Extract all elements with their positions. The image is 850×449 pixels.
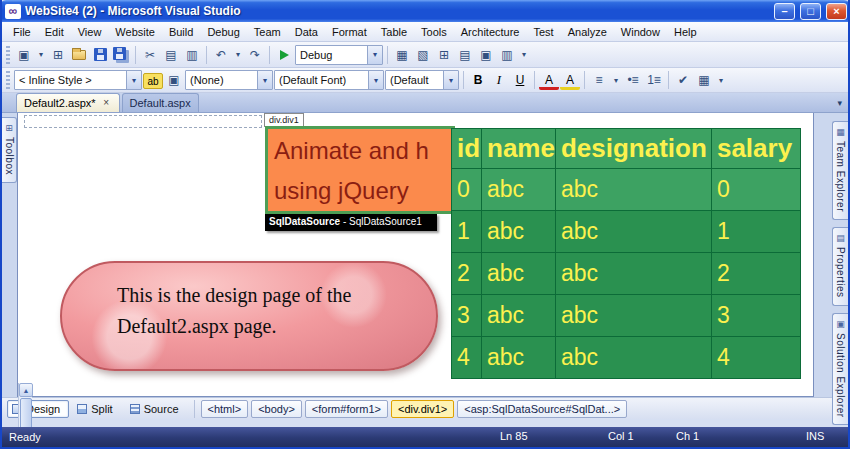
vs-logo-icon: ∞ xyxy=(5,4,21,19)
menu-item-debug[interactable]: Debug xyxy=(200,23,246,41)
tab-default2-aspx[interactable]: Default2.aspx* × xyxy=(16,93,120,112)
open-file-button[interactable] xyxy=(69,45,89,65)
close-button[interactable]: × xyxy=(826,3,847,20)
document-tab-strip: Default2.aspx* × Default.aspx ▾ xyxy=(2,93,848,113)
toolbar-options-caret-icon[interactable]: ▾ xyxy=(715,70,727,90)
save-all-button[interactable] xyxy=(111,45,131,65)
tab-close-icon[interactable]: × xyxy=(101,98,112,109)
toolbar-grip[interactable] xyxy=(6,71,10,89)
sqldatasource-control[interactable]: SqlDataSource - SqlDataSource1 xyxy=(265,214,437,231)
toolbox-tab[interactable]: ⊞ Toolbox xyxy=(2,117,17,183)
cut-button[interactable]: ✂ xyxy=(140,45,160,65)
undo-caret-icon[interactable]: ▾ xyxy=(232,45,244,65)
undo-button[interactable]: ↶ xyxy=(211,45,231,65)
format-options-icon[interactable]: ▦ xyxy=(694,70,714,90)
copy-button[interactable]: ▤ xyxy=(161,45,181,65)
underline-button[interactable]: U xyxy=(510,70,530,90)
document-list-caret-icon[interactable]: ▾ xyxy=(837,98,842,108)
div-selector-label[interactable]: div.div1 xyxy=(264,113,304,127)
toolbar-options-caret-icon[interactable]: ▾ xyxy=(518,45,530,65)
paste-button[interactable]: ▥ xyxy=(182,45,202,65)
menu-item-website[interactable]: Website xyxy=(108,23,162,41)
tag-sqldatasource[interactable]: <asp:SqlDataSource#SqlDat...> xyxy=(457,400,627,418)
bullet-list-icon[interactable]: •≡ xyxy=(623,70,643,90)
toolbar-separator xyxy=(135,46,136,64)
highlight-style-icon[interactable]: ab xyxy=(143,73,163,89)
menu-item-architecture[interactable]: Architecture xyxy=(454,23,527,41)
cell: abc xyxy=(482,169,556,211)
object-browser-icon[interactable]: ▣ xyxy=(476,45,496,65)
italic-button[interactable]: I xyxy=(489,70,509,90)
design-view-button[interactable]: Design xyxy=(7,400,69,418)
sqldatasource-id: - SqlDataSource1 xyxy=(340,216,422,227)
status-ready: Ready xyxy=(9,431,41,443)
source-view-button[interactable]: Source xyxy=(125,400,188,418)
menu-item-format[interactable]: Format xyxy=(325,23,374,41)
tag-html[interactable]: <html> xyxy=(201,400,249,418)
style-dropdown[interactable]: < Inline Style > ▾ xyxy=(14,70,142,90)
tagbar-separator xyxy=(194,400,195,418)
solution-explorer-button-icon[interactable]: ▧ xyxy=(413,45,433,65)
team-explorer-button-icon[interactable]: ⊞ xyxy=(434,45,454,65)
highlight-color-button[interactable]: A xyxy=(560,73,580,90)
maximize-button[interactable]: □ xyxy=(800,3,821,20)
font-color-button[interactable]: A xyxy=(539,73,559,90)
menu-item-build[interactable]: Build xyxy=(162,23,200,41)
scroll-up-icon[interactable]: ▲ xyxy=(19,383,33,397)
menu-item-help[interactable]: Help xyxy=(667,23,704,41)
debug-target-dropdown[interactable]: Debug ▾ xyxy=(295,45,383,65)
new-item-caret-icon[interactable]: ▾ xyxy=(35,45,47,65)
css-rule-icon[interactable]: ▣ xyxy=(164,70,184,90)
alignment-button-icon[interactable]: ≡ xyxy=(589,70,609,90)
font-size-dropdown[interactable]: (Default ▾ xyxy=(385,70,459,90)
col-header-id: id xyxy=(452,129,482,169)
col-header-name: name xyxy=(482,129,556,169)
debug-target-value: Debug xyxy=(296,46,367,64)
menu-item-test[interactable]: Test xyxy=(526,23,560,41)
design-surface[interactable]: div.div1 Animate and h using jQuery SqlD… xyxy=(18,113,801,383)
cell: abc xyxy=(482,337,556,379)
cell: 1 xyxy=(452,211,482,253)
note-line1: This is the design page of the xyxy=(117,280,418,311)
status-insert-mode: INS xyxy=(806,430,824,442)
alignment-caret-icon[interactable]: ▾ xyxy=(610,70,622,90)
redo-button[interactable]: ↷ xyxy=(245,45,265,65)
add-new-item-icon[interactable]: ⊞ xyxy=(48,45,68,65)
start-debug-button[interactable] xyxy=(274,45,294,65)
bold-button[interactable]: B xyxy=(468,70,488,90)
table-row: 2 abc abc 2 xyxy=(452,253,801,295)
menu-item-file[interactable]: File xyxy=(6,23,38,41)
toolbox-button-icon[interactable]: ▥ xyxy=(497,45,517,65)
cell: 0 xyxy=(452,169,482,211)
solution-explorer-tab[interactable]: ▣ Solution Explorer xyxy=(832,313,848,426)
tag-div-div1[interactable]: <div.div1> xyxy=(391,400,454,418)
tab-default-aspx[interactable]: Default.aspx xyxy=(122,93,199,112)
find-in-files-icon[interactable]: ▦ xyxy=(392,45,412,65)
save-button[interactable] xyxy=(90,45,110,65)
tag-body[interactable]: <body> xyxy=(251,400,302,418)
numbered-list-icon[interactable]: 1≡ xyxy=(644,70,664,90)
gridview-table[interactable]: id name designation salary 0 abc abc 0 1… xyxy=(451,128,801,379)
team-explorer-tab[interactable]: ▦ Team Explorer xyxy=(832,121,848,220)
menu-item-analyze[interactable]: Analyze xyxy=(561,23,614,41)
menu-item-edit[interactable]: Edit xyxy=(38,23,71,41)
title-bar[interactable]: ∞ WebSite4 (2) - Microsoft Visual Studio… xyxy=(0,0,850,22)
properties-window-button-icon[interactable]: ▤ xyxy=(455,45,475,65)
font-name-dropdown[interactable]: (Default Font) ▾ xyxy=(274,70,384,90)
menu-item-data[interactable]: Data xyxy=(288,23,325,41)
animated-div[interactable]: Animate and h using jQuery xyxy=(265,126,455,214)
toolbar-grip[interactable] xyxy=(6,46,10,64)
target-rule-dropdown[interactable]: (None) ▾ xyxy=(185,70,273,90)
toolbar-separator xyxy=(668,71,669,89)
split-view-button[interactable]: Split xyxy=(72,400,121,418)
menu-item-team[interactable]: Team xyxy=(247,23,288,41)
new-project-icon[interactable]: ▣ xyxy=(14,45,34,65)
menu-item-table[interactable]: Table xyxy=(374,23,414,41)
menu-item-tools[interactable]: Tools xyxy=(414,23,454,41)
minimize-button[interactable]: – xyxy=(774,3,795,20)
menu-item-window[interactable]: Window xyxy=(614,23,667,41)
tag-form[interactable]: <form#form1> xyxy=(305,400,388,418)
check-accessibility-icon[interactable]: ✔ xyxy=(673,70,693,90)
properties-tab[interactable]: ▤ Properties xyxy=(832,227,848,306)
menu-item-view[interactable]: View xyxy=(71,23,109,41)
